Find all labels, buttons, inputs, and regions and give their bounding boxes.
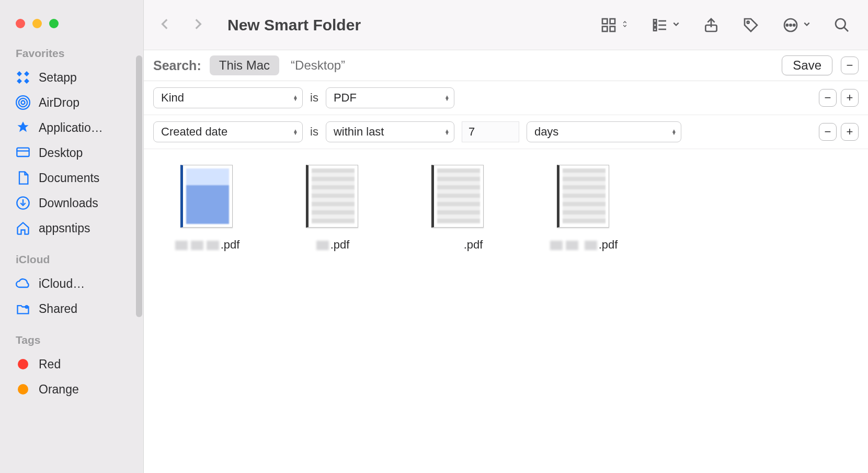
chevron-down-icon [803,20,810,30]
updown-icon: ▲▼ [671,129,677,134]
toolbar: New Smart Folder [144,0,868,50]
sidebar-item-label: Desktop [39,146,83,160]
file-name: .pdf [531,238,635,252]
file-name: .pdf [405,238,510,252]
sidebar-item-tag-red[interactable]: Red [0,352,143,377]
window-controls [0,8,143,44]
updown-icon: ▲▼ [444,129,450,134]
forward-button[interactable] [191,15,204,35]
svg-point-26 [793,24,795,26]
rule-value: PDF [334,91,357,105]
rule-operator: is [310,91,318,105]
file-item[interactable]: .pdf [154,165,259,252]
sidebar-item-appsntips[interactable]: appsntips [0,216,143,241]
tag-dot-red-icon [16,357,30,371]
zoom-window-button[interactable] [49,19,59,28]
sidebar-item-tag-orange[interactable]: Orange [0,377,143,402]
svg-rect-14 [610,26,615,31]
file-name: .pdf [154,238,259,252]
rule-value: within last [334,125,384,139]
svg-rect-12 [610,19,615,24]
rule-field-select[interactable]: Kind ▲▼ [153,87,303,108]
file-item[interactable]: .pdf [280,165,384,252]
sidebar-item-setapp[interactable]: Setapp [0,65,143,90]
search-button[interactable] [833,17,850,33]
add-rule-button[interactable]: + [841,123,859,141]
svg-point-5 [19,98,27,107]
rule-row-1: Kind ▲▼ is PDF ▲▼ − + [144,81,868,115]
window-title: New Smart Folder [227,16,361,34]
updown-icon [621,20,629,30]
downloads-icon [16,196,30,210]
rule-operator: is [310,125,318,139]
remove-search-button[interactable]: − [841,57,859,74]
chevron-down-icon [672,20,680,30]
sidebar-item-label: AirDrop [39,96,79,110]
file-name: .pdf [280,238,384,252]
svg-rect-1 [24,71,29,76]
svg-rect-17 [654,28,656,30]
desktop-icon [16,145,30,160]
scope-this-mac[interactable]: This Mac [210,55,279,75]
svg-rect-3 [24,78,29,84]
cloud-icon [16,276,30,291]
tags-button[interactable] [743,17,759,33]
sidebar-item-documents[interactable]: Documents [0,165,143,190]
sidebar-section-icloud: iCloud [0,250,143,271]
search-label: Search: [153,58,201,73]
airdrop-icon [16,95,30,110]
sidebar-item-label: Setapp [39,71,77,85]
applications-icon [16,120,30,135]
rule-value-select[interactable]: PDF ▲▼ [326,87,454,108]
file-item[interactable]: .pdf [531,165,635,252]
sidebar-item-label: Documents [39,171,99,185]
action-menu-button[interactable] [782,17,810,33]
sidebar-item-downloads[interactable]: Downloads [0,190,143,216]
rule-unit-select[interactable]: days ▲▼ [527,121,681,142]
sidebar-item-desktop[interactable]: Desktop [0,140,143,165]
share-button[interactable] [703,17,719,33]
sidebar-scrollbar[interactable] [136,55,142,317]
updown-icon: ▲▼ [293,95,298,100]
sidebar-item-icloud[interactable]: iCloud… [0,271,143,296]
rule-field-value: Kind [161,91,184,105]
add-rule-button[interactable]: + [841,89,859,107]
rule-number-value: 7 [469,125,475,139]
file-item[interactable]: .pdf [405,165,510,252]
file-grid: .pdf .pdf .pdf .pdf [144,149,868,473]
rule-field-select[interactable]: Created date ▲▼ [153,121,303,142]
sidebar-item-airdrop[interactable]: AirDrop [0,90,143,115]
sidebar: Favorites Setapp AirDrop Applicatio… Des… [0,0,144,473]
home-icon [16,221,30,235]
close-window-button[interactable] [16,19,25,28]
remove-rule-button[interactable]: − [819,123,837,141]
minimize-window-button[interactable] [32,19,42,28]
file-thumbnail [431,165,484,228]
file-thumbnail [180,165,233,228]
back-button[interactable] [158,15,172,35]
rule-value-select[interactable]: within last ▲▼ [326,121,454,142]
svg-point-22 [747,21,749,23]
view-switcher-button[interactable] [600,17,629,33]
svg-line-28 [844,27,848,31]
group-by-button[interactable] [652,17,680,33]
tag-dot-orange-icon [16,382,30,397]
svg-point-24 [786,24,788,26]
sidebar-section-tags: Tags [0,331,143,352]
sidebar-item-applications[interactable]: Applicatio… [0,115,143,140]
svg-point-4 [21,101,25,105]
file-thumbnail [306,165,358,228]
sidebar-item-label: Orange [39,382,79,397]
sidebar-section-favorites: Favorites [0,44,143,65]
remove-rule-button[interactable]: − [819,89,837,107]
rule-number-input[interactable]: 7 [462,121,519,142]
file-thumbnail [557,165,609,228]
save-button[interactable]: Save [782,55,832,75]
scope-desktop[interactable]: “Desktop” [288,56,348,75]
svg-rect-15 [654,19,656,22]
main: New Smart Folder [144,0,868,473]
sidebar-item-label: Applicatio… [39,121,103,135]
rule-row-2: Created date ▲▼ is within last ▲▼ 7 days… [144,115,868,149]
sidebar-item-label: iCloud… [39,277,85,291]
sidebar-item-shared[interactable]: Shared [0,296,143,321]
